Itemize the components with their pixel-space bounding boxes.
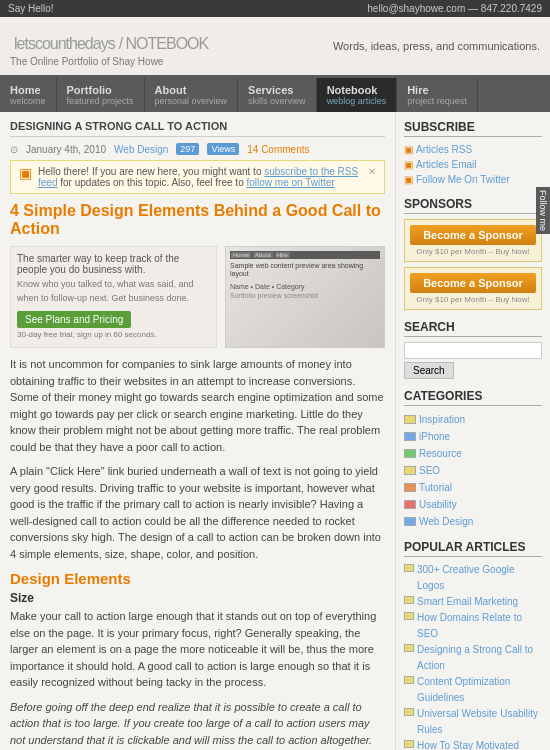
- category-iphone[interactable]: iPhone: [404, 428, 542, 445]
- logo-title[interactable]: letscounthedays/ NOTEBOOK: [10, 25, 208, 56]
- rss-notice: ▣ Hello there! If you are new here, you …: [10, 160, 385, 194]
- search-section: SEARCH Search: [404, 320, 542, 379]
- design-elements-heading: Design Elements: [10, 570, 385, 587]
- main-nav: Home welcome Portfolio featured projects…: [0, 78, 550, 112]
- ad-tagline: The smarter way to keep track of the peo…: [17, 253, 210, 275]
- popular-item[interactable]: How Domains Relate to SEO: [404, 610, 542, 642]
- ad-area: The smarter way to keep track of the peo…: [10, 246, 385, 348]
- ad-screenshot: Home About Hire Sample web content previ…: [226, 247, 384, 347]
- pop-icon: [404, 612, 414, 620]
- search-title: SEARCH: [404, 320, 542, 337]
- subscribe-title: SUBSCRIBE: [404, 120, 542, 137]
- rss-close-icon[interactable]: ✕: [368, 166, 376, 177]
- ad-sub2: when to follow-up next. Get business don…: [17, 293, 210, 303]
- category-seo[interactable]: SEO: [404, 462, 542, 479]
- email-icon: ▣: [404, 157, 413, 172]
- category-inspiration[interactable]: Inspiration: [404, 411, 542, 428]
- nav-hire[interactable]: Hire project request: [397, 78, 478, 112]
- topbar-left: Say Hello!: [8, 3, 54, 14]
- pop-icon: [404, 676, 414, 684]
- category-list: Inspiration iPhone Resource SEO Tutorial…: [404, 411, 542, 530]
- size-subheading: Size: [10, 591, 385, 605]
- article-heading: 4 Simple Design Elements Behind a Good C…: [10, 202, 385, 238]
- notebook-label: / NOTEBOOK: [119, 35, 209, 52]
- category-tutorial[interactable]: Tutorial: [404, 479, 542, 496]
- popular-item[interactable]: Smart Email Marketing: [404, 594, 542, 610]
- search-button[interactable]: Search: [404, 362, 454, 379]
- ad-sub1: Know who you talked to, what was said, a…: [17, 279, 210, 289]
- articles-email-link[interactable]: ▣ Articles Email: [404, 157, 542, 172]
- sponsors-title: SPONSORS: [404, 197, 542, 214]
- nav-home[interactable]: Home welcome: [0, 78, 57, 112]
- cat-icon: [404, 432, 416, 441]
- sponsor1-button[interactable]: Become a Sponsor: [410, 225, 536, 245]
- ad-plans-button[interactable]: See Plans and Pricing: [17, 311, 131, 328]
- views-badge: 297: [176, 143, 199, 155]
- cat-icon: [404, 415, 416, 424]
- ad-btn-sub: 30-day free trial, sign up in 60 seconds…: [17, 330, 210, 339]
- twitter-link[interactable]: ▣ Follow Me On Twitter: [404, 172, 542, 187]
- popular-item[interactable]: Designing a Strong Call to Action: [404, 642, 542, 674]
- sponsor-box-2: Become a Sponsor Only $10 per Month – Bu…: [404, 267, 542, 310]
- nav-notebook[interactable]: Notebook weblog articles: [317, 78, 398, 112]
- popular-item[interactable]: How To Stay Motivated: [404, 738, 542, 750]
- header-right: Words, ideas, press, and communications.: [333, 40, 540, 52]
- logo-subtitle: The Online Portfolio of Shay Howe: [10, 56, 208, 67]
- popular-item[interactable]: Content Optimization Guidelines: [404, 674, 542, 706]
- popular-item[interactable]: 300+ Creative Google Logos: [404, 562, 542, 594]
- sponsor1-sub: Only $10 per Month – Buy Now!: [410, 247, 536, 256]
- sponsor2-button[interactable]: Become a Sponsor: [410, 273, 536, 293]
- article-date: January 4th, 2010: [26, 144, 106, 155]
- twitter-follow-link[interactable]: follow me on Twitter: [246, 177, 334, 188]
- sponsor2-sub: Only $10 per Month – Buy Now!: [410, 295, 536, 304]
- pop-icon: [404, 596, 414, 604]
- articles-rss-link[interactable]: ▣ Articles RSS: [404, 142, 542, 157]
- cat-icon: [404, 517, 416, 526]
- ad-left: The smarter way to keep track of the peo…: [10, 246, 217, 348]
- rss-feed-icon: ▣: [404, 142, 413, 157]
- date-icon: ⊙: [10, 144, 18, 155]
- body-text-4: Before going off the deep end realize th…: [10, 699, 385, 751]
- sponsors-section: SPONSORS Become a Sponsor Only $10 per M…: [404, 197, 542, 310]
- article-title-bar: DESIGNING A STRONG CALL TO ACTION: [10, 120, 385, 137]
- header-tagline: Words, ideas, press, and communications.: [333, 40, 540, 52]
- comments-link[interactable]: 14 Comments: [247, 144, 309, 155]
- topbar-right: hello@shayhowe.com — 847.220.7429: [367, 3, 542, 14]
- pop-icon: [404, 564, 414, 572]
- categories-title: CATEGORIES: [404, 389, 542, 406]
- body-text-3: Make your call to action large enough th…: [10, 608, 385, 691]
- header: letscounthedays/ NOTEBOOK The Online Por…: [0, 17, 550, 78]
- body-text-2: A plain "Click Here" link buried underne…: [10, 463, 385, 562]
- article-category[interactable]: Web Design: [114, 144, 168, 155]
- body-text-1: It is not uncommon for companies to sink…: [10, 356, 385, 455]
- rss-text: Hello there! If you are new here, you mi…: [38, 166, 362, 188]
- pop-icon: [404, 708, 414, 716]
- pop-icon: [404, 644, 414, 652]
- popular-item[interactable]: Universal Website Usability Rules: [404, 706, 542, 738]
- popular-list: 300+ Creative Google Logos Smart Email M…: [404, 562, 542, 750]
- rss-icon: ▣: [19, 165, 32, 181]
- sidebar: SUBSCRIBE ▣ Articles RSS ▣ Articles Emai…: [395, 112, 550, 750]
- popular-section: POPULAR ARTICLES 300+ Creative Google Lo…: [404, 540, 542, 750]
- nav-about[interactable]: About personal overview: [145, 78, 239, 112]
- nav-portfolio[interactable]: Portfolio featured projects: [57, 78, 145, 112]
- popular-title: POPULAR ARTICLES: [404, 540, 542, 557]
- content-area: DESIGNING A STRONG CALL TO ACTION ⊙ Janu…: [0, 112, 395, 750]
- article-meta: ⊙ January 4th, 2010 Web Design 297 Views…: [10, 143, 385, 155]
- follow-tab[interactable]: Follow me: [536, 187, 550, 234]
- cat-icon: [404, 500, 416, 509]
- category-webdesign[interactable]: Web Design: [404, 513, 542, 530]
- cat-icon: [404, 466, 416, 475]
- ad-image: Home About Hire Sample web content previ…: [225, 246, 385, 348]
- article-section-title: DESIGNING A STRONG CALL TO ACTION: [10, 120, 227, 132]
- nav-services[interactable]: Services skills overview: [238, 78, 317, 112]
- top-bar: Say Hello! hello@shayhowe.com — 847.220.…: [0, 0, 550, 17]
- cat-icon: [404, 483, 416, 492]
- category-usability[interactable]: Usability: [404, 496, 542, 513]
- logo-area: letscounthedays/ NOTEBOOK The Online Por…: [10, 25, 208, 67]
- category-resource[interactable]: Resource: [404, 445, 542, 462]
- subscribe-section: SUBSCRIBE ▣ Articles RSS ▣ Articles Emai…: [404, 120, 542, 187]
- pop-icon: [404, 740, 414, 748]
- search-input[interactable]: [404, 342, 542, 359]
- cat-icon: [404, 449, 416, 458]
